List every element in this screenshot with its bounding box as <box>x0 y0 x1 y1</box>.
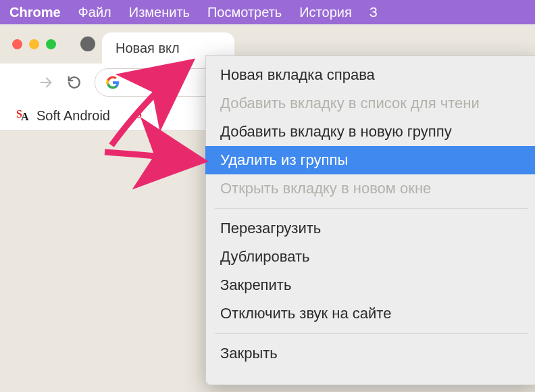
ctx-item-label: Дублировать <box>220 248 310 266</box>
bookmark-favicon: SA <box>16 109 30 122</box>
ctx-item-label: Новая вкладка справа <box>220 66 375 84</box>
ctx-item-label: Добавить вкладку в список для чтени <box>220 95 480 112</box>
menubar-item-file[interactable]: Файл <box>78 5 111 20</box>
ctx-item-label: Закрепить <box>220 276 291 294</box>
ctx-separator <box>215 333 528 334</box>
window-traffic-lights <box>12 39 56 49</box>
ctx-item-label: Отключить звук на сайте <box>220 305 391 322</box>
tab-context-menu: Новая вкладка справа Добавить вкладку в … <box>205 55 535 385</box>
tab-title: Новая вкл <box>116 41 180 56</box>
ctx-add-to-new-group[interactable]: Добавить вкладку в новую группу <box>205 118 535 146</box>
ctx-open-in-new-window: Открыть вкладку в новом окне <box>205 174 535 203</box>
ctx-close[interactable]: Закрыть <box>205 339 535 368</box>
tab-group-indicator[interactable] <box>80 36 95 51</box>
ctx-separator <box>215 208 528 209</box>
ctx-item-label: Закрыть <box>220 345 278 362</box>
menubar-item-cut[interactable]: З <box>370 5 378 20</box>
ctx-new-tab-right[interactable]: Новая вкладка справа <box>205 61 535 89</box>
bookmark-item[interactable]: Soft Android <box>36 108 110 124</box>
menubar-item-view[interactable]: Посмотреть <box>207 5 282 20</box>
ctx-remove-from-group[interactable]: Удалить из группы <box>205 146 535 174</box>
window-close-button[interactable] <box>12 39 22 49</box>
ctx-mute-site[interactable]: Отключить звук на сайте <box>205 299 535 328</box>
ctx-duplicate[interactable]: Дублировать <box>205 243 535 271</box>
reload-icon[interactable] <box>66 74 82 91</box>
ctx-item-label: Перезагрузить <box>220 220 321 237</box>
ctx-reload[interactable]: Перезагрузить <box>205 214 535 243</box>
macos-menubar: Chrome Файл Изменить Посмотреть История … <box>0 0 535 24</box>
forward-icon[interactable] <box>38 74 54 91</box>
window-minimize-button[interactable] <box>29 39 39 49</box>
menubar-item-history[interactable]: История <box>299 5 352 20</box>
menubar-app-name[interactable]: Chrome <box>9 5 61 20</box>
ctx-item-label: Добавить вкладку в новую группу <box>220 123 452 141</box>
ctx-add-to-reading-list: Добавить вкладку в список для чтени <box>205 89 535 118</box>
bookmark-favicon: S <box>136 109 149 122</box>
window-zoom-button[interactable] <box>46 39 56 49</box>
menubar-item-edit[interactable]: Изменить <box>129 5 190 20</box>
ctx-item-label: Открыть вкладку в новом окне <box>220 180 431 197</box>
google-icon <box>106 76 120 89</box>
ctx-item-label: Удалить из группы <box>220 151 348 169</box>
ctx-pin[interactable]: Закрепить <box>205 271 535 299</box>
